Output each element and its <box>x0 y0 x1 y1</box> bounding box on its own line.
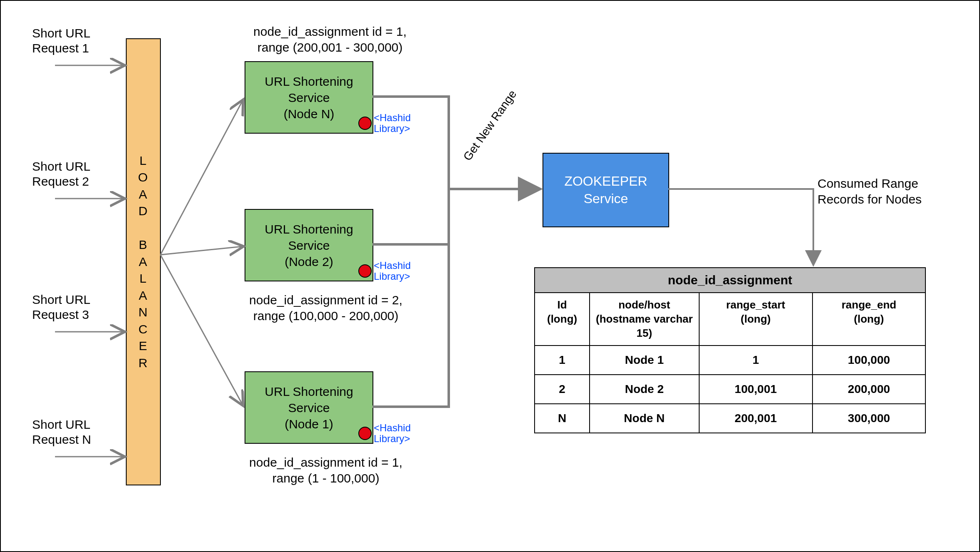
diagram-canvas: Short URL Request 1 Short URL Request 2 … <box>0 0 980 552</box>
text: B <box>139 236 148 254</box>
cell: 200,001 <box>699 404 812 433</box>
text: (long) <box>547 313 577 325</box>
text: Short URL <box>32 293 90 306</box>
node-id-assignment-table: node_id_assignment Id (long) node/host (… <box>534 267 926 433</box>
cell: 2 <box>535 375 590 404</box>
text <box>141 220 145 237</box>
service-node-1-box: URL Shortening Service (Node 1) <box>245 371 373 444</box>
svg-line-6 <box>160 255 242 405</box>
text: range (1 - 100,000) <box>272 471 380 485</box>
table-title: node_id_assignment <box>535 268 925 293</box>
hashid-label-2: <HashidLibrary> <box>374 260 411 282</box>
text: L <box>140 152 148 169</box>
text: Consumed Range <box>818 177 918 190</box>
service-node-2-box: URL Shortening Service (Node 2) <box>245 209 373 281</box>
text: Id <box>558 298 567 311</box>
text: (hostname varchar 15) <box>596 313 693 339</box>
text: Request N <box>32 433 91 446</box>
hashid-label-1: <HashidLibrary> <box>374 423 411 445</box>
service-1-caption: node_id_assignment id = 1, range (1 - 10… <box>226 455 426 486</box>
col-end: range_end (long) <box>812 293 925 346</box>
text: Request 1 <box>32 41 89 55</box>
service-2-caption: node_id_assignment id = 2, range (100,00… <box>226 292 426 323</box>
text: A <box>139 287 148 304</box>
text: range (200,001 - 300,000) <box>258 40 403 54</box>
text: O <box>138 169 148 186</box>
load-balancer-box: L O A D B A L A N C E R <box>126 38 161 485</box>
text: A <box>139 254 148 271</box>
hashid-dot-icon <box>358 264 372 278</box>
text: node_id_assignment id = 1, <box>253 25 407 38</box>
text: URL Shortening <box>265 222 353 236</box>
zookeeper-box: ZOOKEEPER Service <box>542 153 669 227</box>
cell: 1 <box>535 346 590 375</box>
request-3-label: Short URL Request 3 <box>32 292 90 322</box>
text: L <box>140 270 148 287</box>
svg-line-5 <box>160 246 242 255</box>
table-header-row: Id (long) node/host (hostname varchar 15… <box>535 293 925 346</box>
request-n-label: Short URL Request N <box>32 417 91 447</box>
text: Request 2 <box>32 174 89 188</box>
text: Records for Nodes <box>818 192 922 206</box>
cell: 100,000 <box>812 346 925 375</box>
text: URL Shortening <box>265 385 353 398</box>
text: ZOOKEEPER <box>564 174 647 189</box>
hashid-label-n: <HashidLibrary> <box>374 112 411 134</box>
text: Short URL <box>32 159 90 173</box>
text: (long) <box>741 313 771 325</box>
cell: 1 <box>699 346 812 375</box>
cell: Node 1 <box>590 346 699 375</box>
text: A <box>139 186 148 203</box>
text: node/host <box>618 298 670 311</box>
text: D <box>138 203 148 220</box>
text: Short URL <box>32 26 90 40</box>
text: Get New Range <box>461 88 519 163</box>
service-node-n-box: URL Shortening Service (Node N) <box>245 61 373 134</box>
text: node_id_assignment id = 1, <box>249 455 402 469</box>
cell: 100,001 <box>699 375 812 404</box>
request-2-label: Short URL Request 2 <box>32 159 90 189</box>
service-n-caption: node_id_assignment id = 1, range (200,00… <box>230 24 430 55</box>
cell: N <box>535 404 590 433</box>
text: Service <box>288 91 330 104</box>
text: (Node 2) <box>285 255 333 269</box>
text: Short URL <box>32 418 90 431</box>
text: node_id_assignment id = 2, <box>249 293 402 307</box>
text: range_end <box>842 298 897 311</box>
col-id: Id (long) <box>535 293 590 346</box>
col-start: range_start (long) <box>699 293 812 346</box>
text: Service <box>288 239 330 252</box>
request-1-label: Short URL Request 1 <box>32 26 90 56</box>
text: Service <box>584 191 628 206</box>
table-title-row: node_id_assignment <box>535 268 925 293</box>
cell: Node N <box>590 404 699 433</box>
consumed-range-label: Consumed Range Records for Nodes <box>818 176 922 207</box>
text: range_start <box>726 298 785 311</box>
text: URL Shortening <box>265 75 353 88</box>
cell: 200,000 <box>812 375 925 404</box>
text: (Node N) <box>284 107 335 121</box>
text: N <box>138 304 148 321</box>
table-row: 1 Node 1 1 100,000 <box>535 346 925 375</box>
text: (long) <box>854 313 884 325</box>
text: E <box>139 338 148 355</box>
get-new-range-label: Get New Range <box>461 88 519 164</box>
col-host: node/host (hostname varchar 15) <box>590 293 699 346</box>
text: (Node 1) <box>285 417 333 431</box>
svg-line-4 <box>160 101 242 255</box>
text: Request 3 <box>32 308 89 321</box>
table-row: 2 Node 2 100,001 200,000 <box>535 375 925 404</box>
text: C <box>138 321 148 338</box>
text: Service <box>288 401 330 415</box>
table-row: N Node N 200,001 300,000 <box>535 404 925 433</box>
hashid-dot-icon <box>358 117 372 130</box>
table-container: node_id_assignment Id (long) node/host (… <box>534 267 926 433</box>
text: R <box>138 355 148 372</box>
cell: Node 2 <box>590 375 699 404</box>
text: range (100,000 - 200,000) <box>253 309 399 323</box>
cell: 300,000 <box>812 404 925 433</box>
hashid-dot-icon <box>358 427 372 440</box>
